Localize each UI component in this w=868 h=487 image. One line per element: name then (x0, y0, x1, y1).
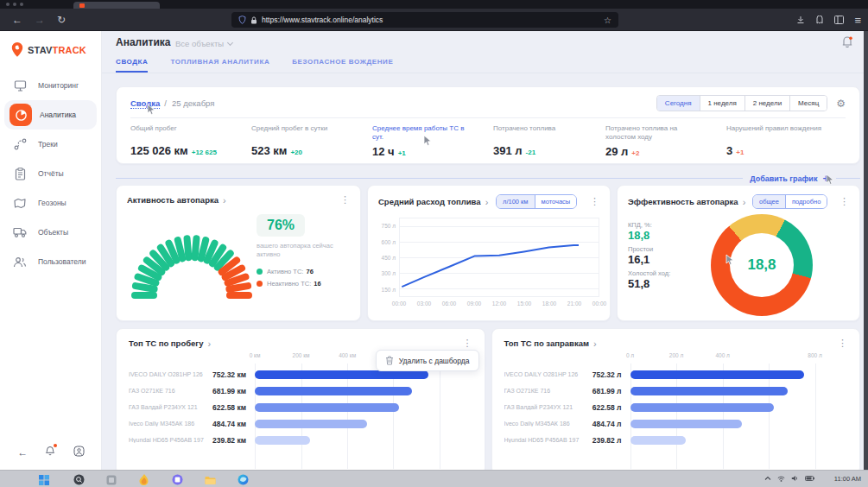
metric-label[interactable]: Среднее время работы ТС в сут. (372, 124, 474, 142)
tab-3[interactable]: БЕЗОПАСНОЕ ВОЖДЕНИЕ (292, 58, 393, 73)
gauge-segment (136, 286, 155, 289)
bar-track (630, 387, 848, 395)
y-tick-label: 150 л (382, 286, 396, 292)
sidebar-toggle-icon[interactable] (834, 16, 844, 24)
kebab-menu-icon[interactable]: ⋮ (834, 196, 849, 207)
card-title[interactable]: Топ ТС по пробегу (129, 338, 204, 348)
edge-browser-icon[interactable] (238, 473, 249, 484)
account-icon[interactable] (73, 446, 85, 459)
bar[interactable] (255, 370, 428, 379)
bar[interactable] (255, 420, 367, 428)
downloads-icon[interactable] (796, 16, 805, 24)
active-percent-value: 76% (267, 218, 295, 232)
vehicle-value: 622.58 км (208, 403, 255, 412)
card-title[interactable]: Топ ТС по заправкам (504, 338, 589, 348)
search-app-icon[interactable] (73, 473, 85, 484)
taskbar-clock[interactable]: 11:00 AM (834, 475, 861, 483)
table-row: ГАЗ Валдай Р234УХ 121622.58 км (129, 399, 472, 415)
bar[interactable] (255, 403, 399, 412)
tracks-icon (12, 136, 28, 152)
url-bar[interactable]: https://www.stavtrack.online/analytics ☆ (231, 12, 618, 28)
fuel-line-series (400, 218, 599, 296)
y-tick-label: 300 л (382, 270, 396, 276)
sidebar-item-monitoring[interactable]: Мониторинг (0, 71, 101, 100)
metric-number: 391 л (493, 144, 523, 157)
vehicle-value: 681.99 л (584, 387, 630, 395)
volume-icon (791, 475, 799, 482)
logo-text: STAVTRACK (28, 45, 86, 55)
sidebar-item-users[interactable]: Пользователи (0, 247, 101, 276)
bar[interactable] (255, 436, 310, 445)
tray-chevron-icon (764, 476, 771, 481)
sidebar-item-reports[interactable]: Отчёты (0, 159, 101, 188)
metric: Потрачено топлива391 л-21 (493, 124, 605, 158)
table-row: ГАЗ О271КЕ 716681.99 км (129, 383, 472, 399)
delete-from-dashboard-item[interactable]: Удалить с дашборда (399, 357, 470, 365)
bar[interactable] (630, 403, 775, 412)
sidebar-item-objects[interactable]: Объекты (0, 218, 101, 247)
add-graph-button[interactable]: Добавить график + (743, 172, 836, 185)
toggle-button[interactable]: общее (753, 195, 786, 208)
bookmark-star-icon[interactable]: ☆ (604, 16, 611, 25)
axis-tick-label: 400 л (715, 352, 729, 358)
kebab-menu-icon[interactable]: ⋮ (585, 196, 599, 207)
metric-delta: +1 (736, 149, 744, 156)
bar[interactable] (630, 436, 686, 445)
chevron-right-icon: › (223, 195, 226, 206)
toggle-button[interactable]: подробно (786, 195, 827, 208)
range-button[interactable]: 2 недели (745, 96, 790, 111)
system-tray[interactable] (764, 475, 814, 482)
summary-breadcrumb-link[interactable]: Сводка (130, 98, 160, 109)
stavtrack-logo[interactable]: STAVTRACK (10, 41, 86, 58)
axis-tick-label: 0 л (626, 352, 634, 358)
app-icon-flame[interactable] (139, 473, 150, 484)
menu-icon[interactable]: ≡ (854, 15, 861, 26)
metric-label: Средний пробег в сутки (251, 124, 353, 142)
sidebar-item-label: Треки (38, 140, 58, 149)
tab-2[interactable]: ТОПЛИВНАЯ АНАЛИТИКА (170, 58, 269, 73)
objects-filter-dropdown[interactable]: Все объекты (175, 39, 232, 48)
metric: Потрачено топлива на холостом ходу29 л+2 (605, 124, 726, 158)
gear-icon[interactable]: ⚙ (836, 98, 846, 110)
legend-dot-icon (257, 269, 263, 275)
app-icon-purple[interactable] (172, 473, 183, 484)
kebab-menu-icon[interactable]: ⋮ (833, 338, 847, 349)
kebab-menu-icon[interactable]: ⋮ (335, 194, 350, 206)
range-button[interactable]: Сегодня (657, 96, 700, 111)
sidebar-item-tracks[interactable]: Треки (0, 130, 101, 159)
kebab-menu-icon[interactable]: ⋮ (458, 338, 472, 349)
collapse-sidebar-icon[interactable]: ← (17, 446, 28, 459)
tab-1[interactable]: СВОДКА (116, 58, 148, 73)
card-title[interactable]: Активность автопарка (127, 195, 219, 205)
url-text[interactable]: https://www.stavtrack.online/analytics (262, 16, 604, 24)
vehicle-value: 239.82 л (584, 436, 630, 445)
bar[interactable] (630, 370, 804, 379)
gauge-segment (178, 240, 182, 258)
toggle-button[interactable]: л/100 км (497, 195, 535, 208)
file-explorer-icon[interactable] (205, 473, 216, 484)
windows-start-icon[interactable] (39, 473, 50, 484)
toggle-button[interactable]: моточасы (535, 195, 577, 208)
bar[interactable] (630, 420, 743, 428)
sidebar-item-geozones[interactable]: Геозоны (0, 188, 101, 218)
webpage: STAVTRACK МониторингАналитикаТрекиОтчёты… (0, 31, 864, 470)
bar[interactable] (630, 387, 788, 395)
sidebar-item-analytics[interactable]: Аналитика (4, 100, 97, 130)
fuel-unit-toggle: л/100 кммоточасы (496, 194, 577, 209)
app-notifications-icon[interactable] (841, 35, 853, 47)
card-title[interactable]: Средний расход топлива (378, 197, 481, 206)
back-button[interactable]: ← (12, 15, 22, 25)
sidebar-item-label: Мониторинг (38, 81, 79, 90)
card-title[interactable]: Эффективность автопарка (628, 197, 738, 206)
range-button[interactable]: Месяц (790, 96, 827, 111)
extension-icon[interactable] (815, 16, 824, 24)
app-icon[interactable] (106, 473, 117, 484)
browser-tab[interactable] (73, 2, 160, 9)
reload-button[interactable]: ↻ (57, 15, 66, 25)
bar[interactable] (255, 387, 412, 395)
notifications-bell-icon[interactable] (45, 446, 55, 459)
page-scrollbar[interactable] (864, 31, 868, 470)
card-context-menu[interactable]: Удалить с дашборда (376, 350, 479, 371)
forward-button[interactable]: → (35, 15, 45, 25)
range-button[interactable]: 1 неделя (700, 96, 745, 111)
